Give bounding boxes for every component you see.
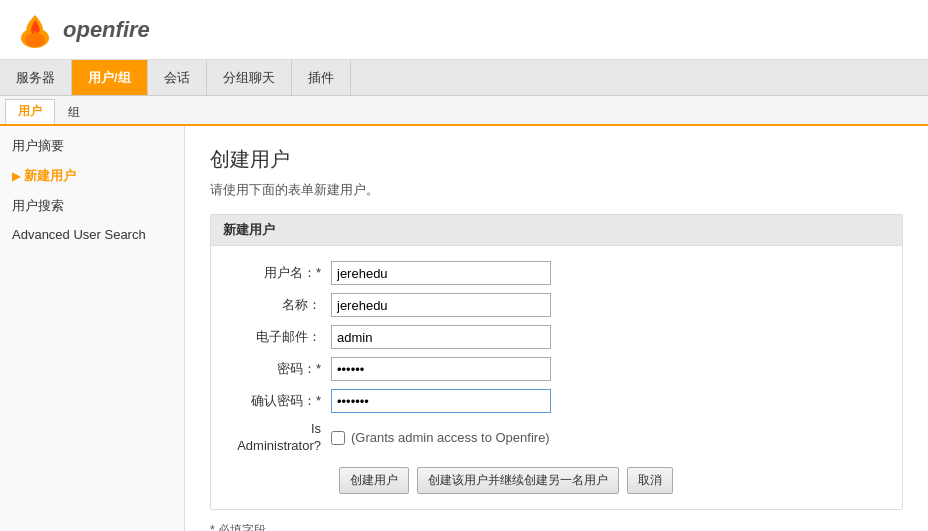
svg-point-1: [25, 33, 45, 47]
form-panel-header: 新建用户: [211, 215, 902, 246]
name-row: 名称：: [231, 293, 882, 317]
form-panel: 新建用户 用户名：* 名称： 电子邮件：: [210, 214, 903, 510]
openfire-logo-icon: [15, 10, 55, 50]
nav-group-chat[interactable]: 分组聊天: [207, 60, 292, 95]
name-label: 名称：: [231, 296, 331, 314]
username-row: 用户名：*: [231, 261, 882, 285]
header: openfire: [0, 0, 928, 60]
username-label: 用户名：*: [231, 264, 331, 282]
email-row: 电子邮件：: [231, 325, 882, 349]
sidebar-item-user-search[interactable]: 用户搜索: [0, 191, 184, 221]
tab-groups[interactable]: 组: [55, 99, 93, 124]
form-panel-body: 用户名：* 名称： 电子邮件： 密码：*: [211, 246, 902, 509]
page-title: 创建用户: [210, 146, 903, 173]
admin-checkbox[interactable]: [331, 431, 345, 445]
sidebar-item-advanced-search[interactable]: Advanced User Search: [0, 221, 184, 248]
email-input[interactable]: [331, 325, 551, 349]
admin-checkbox-wrap: (Grants admin access to Openfire): [331, 430, 550, 445]
cancel-button[interactable]: 取消: [627, 467, 673, 494]
tab-users[interactable]: 用户: [5, 99, 55, 124]
sidebar-item-new-user[interactable]: ▶ 新建用户: [0, 161, 184, 191]
admin-note: (Grants admin access to Openfire): [351, 430, 550, 445]
nav-sessions[interactable]: 会话: [148, 60, 207, 95]
email-label: 电子邮件：: [231, 328, 331, 346]
create-user-button[interactable]: 创建用户: [339, 467, 409, 494]
nav-users-groups[interactable]: 用户/组: [72, 60, 148, 95]
sidebar: 用户摘要 ▶ 新建用户 用户搜索 Advanced User Search: [0, 126, 185, 531]
top-nav: 服务器 用户/组 会话 分组聊天 插件: [0, 60, 928, 96]
name-input[interactable]: [331, 293, 551, 317]
main-content: 创建用户 请使用下面的表单新建用户。 新建用户 用户名：* 名称： 电子邮件：: [185, 126, 928, 531]
sub-nav: 用户 组: [0, 96, 928, 126]
arrow-icon: ▶: [12, 170, 20, 183]
button-row: 创建用户 创建该用户并继续创建另一名用户 取消: [231, 467, 882, 494]
logo: openfire: [15, 10, 150, 50]
page-description: 请使用下面的表单新建用户。: [210, 181, 903, 199]
password-label: 密码：*: [231, 360, 331, 378]
nav-server[interactable]: 服务器: [0, 60, 72, 95]
password-input[interactable]: [331, 357, 551, 381]
confirm-password-input[interactable]: [331, 389, 551, 413]
nav-plugins[interactable]: 插件: [292, 60, 351, 95]
confirm-password-row: 确认密码：*: [231, 389, 882, 413]
password-row: 密码：*: [231, 357, 882, 381]
content-area: 用户摘要 ▶ 新建用户 用户搜索 Advanced User Search 创建…: [0, 126, 928, 531]
required-note: * 必填字段: [210, 522, 903, 531]
confirm-password-label: 确认密码：*: [231, 392, 331, 410]
create-and-add-button[interactable]: 创建该用户并继续创建另一名用户: [417, 467, 619, 494]
username-input[interactable]: [331, 261, 551, 285]
logo-text: openfire: [63, 17, 150, 43]
sidebar-item-user-summary[interactable]: 用户摘要: [0, 131, 184, 161]
admin-label: IsAdministrator?: [231, 421, 331, 455]
admin-row: IsAdministrator? (Grants admin access to…: [231, 421, 882, 455]
